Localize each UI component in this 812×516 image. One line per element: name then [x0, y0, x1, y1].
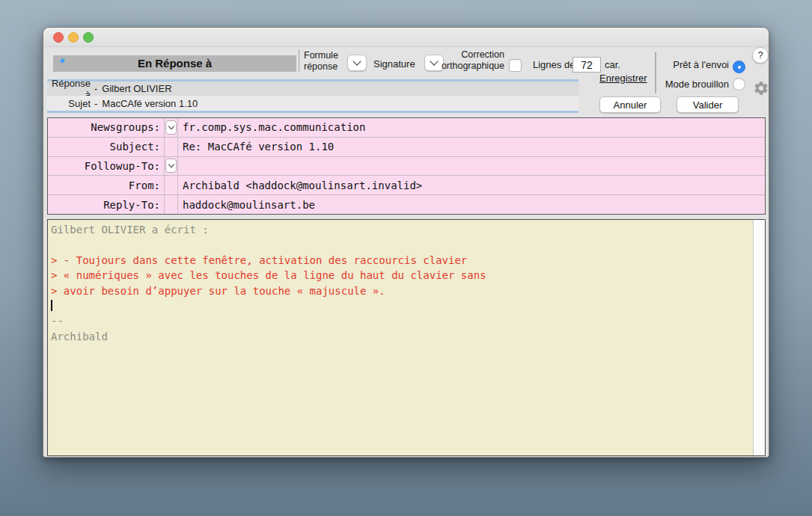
valider-button[interactable]: Valider [677, 96, 739, 113]
quoted-line: > avoir besoin d’appuyer sur la touche «… [51, 283, 752, 298]
correction-orthographique-label: Correction orthographique [395, 49, 504, 71]
reply-to-row: Reply-To: haddock@moulinsart.be [48, 194, 765, 214]
subject-summary-label: Sujet [47, 98, 91, 109]
newsgroups-field[interactable]: fr.comp.sys.mac.communication [178, 118, 765, 137]
signature-line: Archibald [51, 329, 752, 344]
mode-brouillon-radio[interactable] [733, 78, 745, 90]
correction-checkbox[interactable] [509, 59, 522, 72]
subject-summary-value: MacCAfé version 1.10 [102, 98, 198, 109]
window-titlebar[interactable] [43, 28, 769, 47]
mode-brouillon-label: Mode brouillon [659, 79, 729, 90]
subject-summary-row: Sujet - MacCAfé version 1.10 [47, 96, 579, 111]
quoted-line: > - Toujours dans cette fenêtre, activat… [51, 253, 752, 268]
quoted-line: > « numériques » avec les touches de la … [51, 268, 752, 283]
reply-to-summary-row: Réponse à - Gilbert OLIVIER [47, 82, 579, 96]
formule-reponse-dropdown[interactable] [347, 55, 367, 71]
chevron-down-icon [168, 162, 174, 168]
from-row: From: Archibald <haddock@moulinsart.inva… [48, 175, 765, 194]
page-title: En Réponse à [138, 57, 212, 70]
attribution-line: Gilbert OLIVIER a écrit : [51, 222, 752, 237]
desktop-background: * En Réponse à Formule réponse Signature… [0, 0, 812, 516]
newsgroups-dropdown[interactable] [165, 120, 177, 135]
message-body-editor[interactable]: Gilbert OLIVIER a écrit : > - Toujours d… [47, 219, 766, 456]
header-fields-panel: Newsgroups: fr.comp.sys.mac.communicatio… [47, 117, 766, 215]
toolbar-divider [299, 49, 299, 72]
reply-to-label: Reply-To: [48, 195, 165, 214]
formule-reponse-label: Formule réponse [304, 50, 338, 72]
followup-to-field[interactable] [178, 157, 765, 176]
reply-to-field[interactable]: haddock@moulinsart.be [178, 195, 765, 214]
newsgroups-label: Newsgroups: [48, 118, 165, 137]
enregistrer-link[interactable]: Enregistrer [599, 73, 647, 84]
document-title-bar: * En Réponse à [53, 55, 296, 72]
section-divider [655, 52, 656, 93]
message-text: Gilbert OLIVIER a écrit : > - Toujours d… [51, 222, 752, 344]
followup-to-row: Followup-To: [48, 156, 765, 176]
subject-field[interactable]: Re: MacCAfé version 1.10 [178, 138, 765, 156]
unsaved-changes-icon: * [60, 55, 65, 72]
cursor-line [51, 298, 752, 313]
compose-window: * En Réponse à Formule réponse Signature… [43, 27, 769, 458]
lignes-de-label: Lignes de [533, 59, 575, 70]
line-length-input[interactable] [573, 57, 601, 73]
car-label: car. [605, 59, 620, 70]
followup-to-dropdown[interactable] [165, 159, 177, 173]
from-label: From: [48, 176, 165, 194]
chevron-down-icon [168, 123, 174, 129]
reply-summary-value: Gilbert OLIVIER [102, 83, 171, 94]
chevron-down-icon [352, 57, 361, 65]
help-button[interactable]: ? [752, 47, 769, 64]
followup-to-label: Followup-To: [48, 157, 165, 176]
newsgroups-row: Newsgroups: fr.comp.sys.mac.communicatio… [48, 118, 765, 137]
minimize-window-button[interactable] [68, 32, 79, 43]
text-cursor-icon [51, 300, 52, 311]
zoom-window-button[interactable] [83, 32, 94, 43]
pret-envoi-radio[interactable] [733, 61, 745, 73]
signature-delimiter-line: -- [51, 313, 752, 328]
vertical-scrollbar[interactable] [753, 220, 765, 455]
pret-envoi-label: Prêt à l'envoi [662, 59, 729, 70]
close-window-button[interactable] [53, 32, 64, 43]
from-field[interactable]: Archibald <haddock@moulinsart.invalid> [178, 176, 765, 194]
subject-row: Subject: Re: MacCAfé version 1.10 [48, 137, 765, 156]
header-separator-bottom [47, 111, 579, 113]
subject-label: Subject: [48, 138, 165, 156]
gear-icon[interactable] [753, 80, 769, 96]
annuler-button[interactable]: Annuler [599, 96, 661, 113]
